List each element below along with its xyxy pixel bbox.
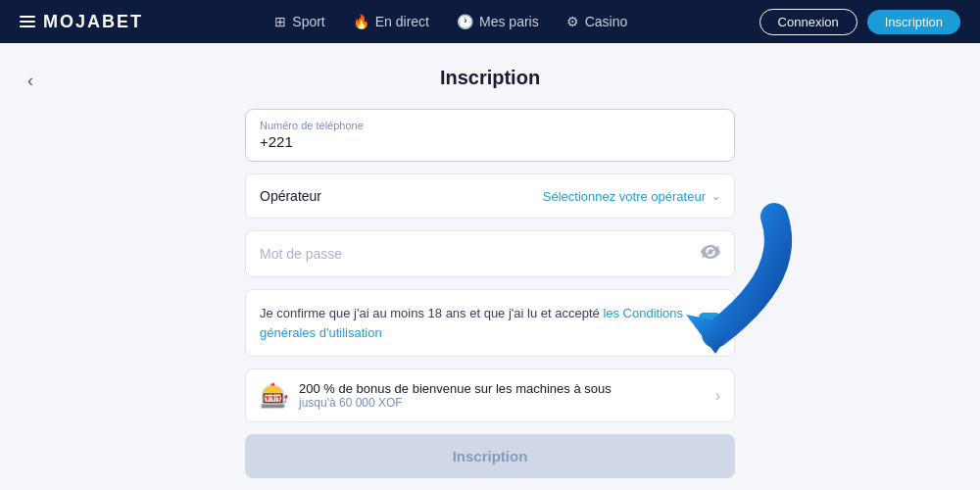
clock-icon: 🕐 [457, 14, 473, 29]
logo[interactable]: MOJABET [20, 12, 143, 32]
submit-button[interactable]: Inscription [245, 434, 735, 478]
sport-icon: ⊞ [274, 14, 286, 29]
operator-selector[interactable]: Opérateur Sélectionnez votre opérateur ⌄ [245, 173, 735, 219]
operator-label: Opérateur [260, 188, 321, 204]
main-nav: ⊞ Sport 🔥 En direct 🕐 Mes paris ⚙ Casino [174, 14, 728, 29]
header-actions: Connexion Inscription [760, 9, 960, 35]
operator-placeholder: Sélectionnez votre opérateur [543, 189, 706, 204]
phone-value: +221 [260, 133, 293, 150]
registration-form: Numéro de téléphone +221 Opérateur Sélec… [245, 109, 735, 478]
header: MOJABET ⊞ Sport 🔥 En direct 🕐 Mes paris … [0, 0, 980, 43]
bonus-title: 200 % de bonus de bienvenue sur les mach… [299, 381, 706, 396]
bonus-icon: 🎰 [260, 382, 289, 410]
bonus-info: 200 % de bonus de bienvenue sur les mach… [299, 381, 706, 410]
eye-icon[interactable] [701, 245, 720, 263]
nav-en-direct-label: En direct [375, 14, 429, 29]
nav-casino[interactable]: ⚙ Casino [566, 14, 628, 29]
nav-en-direct[interactable]: 🔥 En direct [353, 14, 429, 29]
connexion-button[interactable]: Connexion [760, 9, 858, 35]
nav-sport[interactable]: ⊞ Sport [274, 14, 324, 29]
chevron-down-icon: ⌄ [711, 190, 720, 203]
nav-casino-label: Casino [585, 14, 628, 29]
back-button[interactable]: ‹ [20, 67, 41, 95]
nav-mes-paris-label: Mes paris [479, 14, 539, 29]
password-field[interactable]: Mot de passe [245, 230, 735, 277]
logo-text: MOJABET [43, 12, 143, 32]
hamburger-icon[interactable] [20, 16, 35, 27]
fire-icon: 🔥 [353, 14, 369, 29]
terms-text: Je confirme que j'ai au moins 18 ans et … [260, 304, 687, 342]
bonus-row[interactable]: 🎰 200 % de bonus de bienvenue sur les ma… [245, 368, 735, 422]
gear-icon: ⚙ [566, 14, 579, 29]
terms-checkbox[interactable] [699, 313, 720, 334]
terms-link[interactable]: les Conditions générales d'utilisation [260, 306, 683, 340]
nav-mes-paris[interactable]: 🕐 Mes paris [457, 14, 539, 29]
nav-sport-label: Sport [292, 14, 324, 29]
page-title: Inscription [440, 67, 540, 89]
terms-row: Je confirme que j'ai au moins 18 ans et … [245, 289, 735, 357]
bonus-subtitle: jusqu'à 60 000 XOF [299, 396, 706, 410]
main-content: ‹ Inscription Numéro de téléphone +221 O… [0, 43, 980, 490]
inscription-header-button[interactable]: Inscription [867, 10, 960, 34]
phone-label: Numéro de téléphone [260, 120, 720, 131]
phone-field[interactable]: Numéro de téléphone +221 [245, 109, 735, 162]
password-placeholder: Mot de passe [260, 246, 342, 262]
chevron-right-icon: › [715, 387, 720, 405]
operator-select-value: Sélectionnez votre opérateur ⌄ [543, 189, 720, 204]
